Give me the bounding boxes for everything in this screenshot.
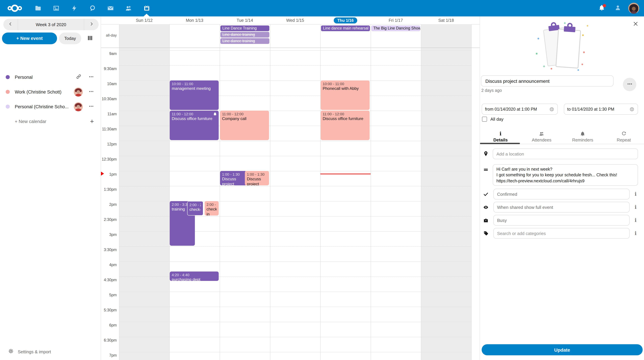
all-day-label: all-day	[100, 33, 117, 37]
day-column[interactable]	[371, 48, 421, 360]
app-files-button[interactable]	[29, 0, 47, 16]
all-day-event[interactable]: Line dance training	[220, 32, 269, 37]
categories-input[interactable]	[494, 228, 630, 239]
app-talk-button[interactable]	[83, 0, 101, 16]
calendar-list-item[interactable]: Personal	[0, 70, 100, 84]
time-label: 2:30pm	[100, 218, 117, 222]
timezone-globe-icon[interactable]	[549, 106, 554, 112]
calendar-actions-button[interactable]	[84, 86, 98, 98]
new-event-button[interactable]: + New event	[2, 32, 57, 44]
notifications-button[interactable]	[596, 2, 608, 14]
calendar-event[interactable]: 2:00 - 2:30check-in	[204, 201, 219, 216]
close-button[interactable]	[632, 21, 639, 27]
contacts-menu-button[interactable]	[612, 2, 624, 14]
grid-line	[119, 65, 471, 66]
visibility-select[interactable]: When shared show full event	[494, 202, 630, 213]
calendar-list-item[interactable]: Work (Christine Schott)	[0, 84, 100, 99]
time-label: 12:30pm	[100, 157, 117, 162]
talk-icon	[89, 5, 96, 12]
more-actions-button[interactable]	[623, 78, 636, 91]
event-time: 10:00 - 11:00	[323, 81, 368, 86]
calendar-event[interactable]: 11:00 - 12:00Company call	[220, 111, 269, 140]
tab-repeat[interactable]: Repeat	[603, 129, 644, 144]
day-column[interactable]	[270, 48, 320, 360]
end-datetime-field[interactable]: to 01/14/2020 at 1:30 PM	[564, 104, 638, 115]
tab-attendees[interactable]: Attendees	[521, 129, 562, 144]
active-app-pointer	[144, 14, 150, 16]
view-toggle-button[interactable]	[83, 32, 96, 44]
calendar-event[interactable]: 10:00 - 11:00Phonecall with Abby	[321, 80, 370, 110]
event-time: 2:00 - 2:30	[190, 202, 201, 207]
top-bar	[0, 0, 644, 16]
left-sidebar: Week 3 of 2020 + New event Today Persona…	[0, 16, 101, 360]
description-textarea[interactable]: Hi Carl! are you in next week? I got som…	[493, 164, 638, 186]
current-time-arrow	[101, 171, 104, 175]
time-label: 10:30am	[100, 97, 117, 102]
timezone-globe-icon[interactable]	[629, 106, 634, 112]
new-calendar-button[interactable]: + New calendar+	[0, 114, 100, 129]
next-week-button[interactable]	[84, 19, 98, 30]
previous-week-button[interactable]	[3, 19, 18, 30]
app-photos-button[interactable]	[47, 0, 65, 16]
app-contacts-button[interactable]	[120, 0, 138, 16]
column-divider	[421, 24, 421, 48]
location-pin-icon	[483, 151, 489, 157]
calendar-item-actions	[74, 99, 100, 114]
all-day-event[interactable]: Line Dance Training	[220, 25, 269, 31]
tab-details[interactable]: iDetails	[480, 129, 521, 144]
status-select[interactable]: Confirmed	[494, 189, 630, 199]
tab-reminders[interactable]: Reminders	[562, 129, 603, 144]
user-avatar[interactable]	[628, 3, 639, 14]
day-header: Sun 1/12	[119, 16, 170, 24]
app-activity-button[interactable]	[65, 0, 83, 16]
day-column[interactable]	[220, 48, 270, 360]
day-header-label: Mon 1/13	[186, 18, 203, 23]
calendar-event[interactable]: 1:00 - 1:30Discuss project	[245, 171, 269, 185]
calendar-event[interactable]: 11:00 - 12:00Discuss office furniture	[321, 111, 370, 140]
all-day-event[interactable]: Line dance main rehearsal	[321, 25, 370, 31]
calendar-event[interactable]: 2:00 - 2:30check-in	[187, 201, 204, 216]
today-button[interactable]: Today	[59, 32, 81, 44]
editor-tabs: iDetailsAttendeesRemindersRepeat	[480, 129, 644, 144]
calendar-event[interactable]: 4:20 - 4:40purchasing dept	[170, 272, 219, 281]
calendar-event[interactable]: 11:00 - 12:00Discuss office furniture	[170, 111, 219, 140]
categories-info-icon[interactable]: i	[632, 230, 639, 237]
column-divider	[170, 24, 170, 48]
update-button[interactable]: Update	[482, 344, 643, 355]
calendar-name: Work (Christine Schott)	[15, 89, 62, 94]
settings-and-import[interactable]: Settings & import	[0, 346, 100, 357]
all-day-event[interactable]: The Big Line Dancing Show	[371, 25, 420, 31]
app-mail-button[interactable]	[101, 0, 120, 16]
event-title: management meeting	[172, 86, 217, 91]
day-column[interactable]	[119, 48, 170, 360]
all-day-event[interactable]: Line dance training	[220, 38, 269, 44]
event-title-input[interactable]	[481, 75, 614, 86]
availability-info-icon[interactable]: i	[632, 217, 639, 224]
calendar-list: PersonalWork (Christine Schott)Personal …	[0, 70, 100, 129]
calendar-event[interactable]: 10:00 - 11:00management meeting	[170, 80, 219, 110]
all-day-checkbox[interactable]	[482, 117, 487, 122]
location-input[interactable]	[493, 148, 638, 159]
day-column[interactable]	[421, 48, 471, 360]
time-label: 7pm	[100, 353, 117, 358]
time-label: 11am	[100, 112, 117, 117]
status-info-icon[interactable]: i	[632, 191, 639, 197]
week-label: Week 3 of 2020	[18, 19, 84, 30]
calendar-actions-button[interactable]	[84, 71, 98, 83]
availability-select[interactable]: Busy	[494, 215, 630, 226]
all-day-toggle[interactable]: All day	[482, 117, 504, 122]
grid-line	[119, 141, 471, 141]
share-link-button[interactable]	[72, 71, 84, 83]
start-datetime-value: from 01/14/2020 at 1:00 PM	[485, 107, 537, 111]
day-header: Fri 1/17	[371, 16, 421, 24]
time-label: 12pm	[100, 142, 117, 147]
time-label: 5pm	[100, 293, 117, 298]
calendar-event[interactable]: 1:00 - 1:30Discuss project announcement	[220, 171, 247, 185]
weekend-shading	[421, 24, 471, 48]
start-datetime-field[interactable]: from 01/14/2020 at 1:00 PM	[482, 104, 558, 115]
bell-icon	[580, 131, 586, 136]
visibility-info-icon[interactable]: i	[632, 204, 639, 211]
calendar-list-item[interactable]: Personal (Christine Scho...	[0, 99, 100, 114]
calendar-actions-button[interactable]	[84, 101, 98, 113]
nextcloud-logo[interactable]	[8, 4, 22, 13]
